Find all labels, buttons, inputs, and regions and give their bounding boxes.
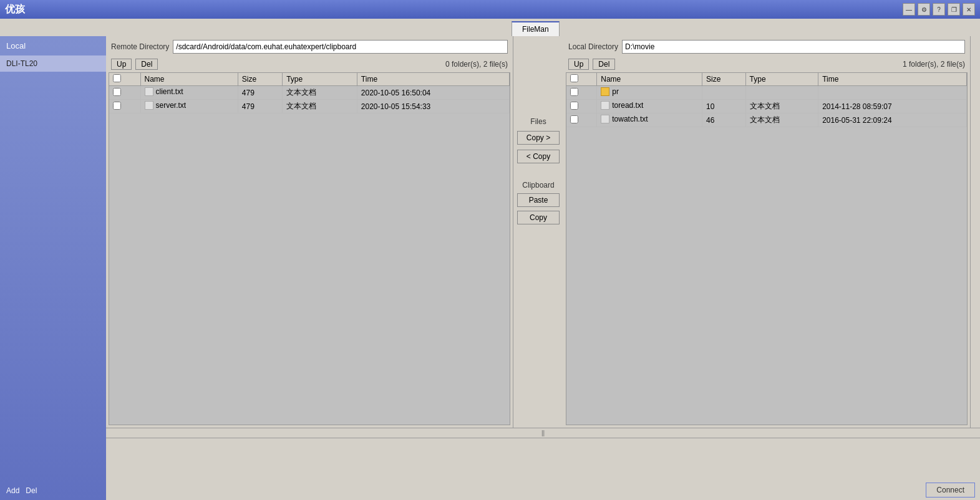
- copy-right-button[interactable]: Copy >: [517, 131, 560, 145]
- table-row[interactable]: toread.txt 10 文本文档 2014-11-28 08:59:07: [566, 100, 967, 113]
- remote-file-tbody: client.txt 479 文本文档 2020-10-05 16:50:04 …: [109, 86, 510, 113]
- remote-toolbar-left: Up Del: [111, 59, 158, 70]
- remote-panel: Remote Directory Up Del 0 folder(s), 2 f…: [106, 36, 513, 428]
- row-checkbox[interactable]: [109, 86, 140, 100]
- remote-col-checkbox: [109, 73, 140, 86]
- row-name: client.txt: [140, 86, 238, 100]
- local-select-all[interactable]: [570, 74, 578, 82]
- row-size: [702, 86, 745, 100]
- local-file-count: 1 folder(s), 2 file(s): [903, 60, 965, 69]
- table-row[interactable]: client.txt 479 文本文档 2020-10-05 16:50:04: [109, 86, 510, 100]
- local-col-checkbox: [566, 73, 597, 86]
- copy-button[interactable]: Copy: [517, 211, 560, 224]
- local-col-size: Size: [702, 73, 745, 86]
- sidebar-item-local[interactable]: Local: [0, 36, 106, 55]
- row-name: pr: [597, 86, 702, 100]
- remote-col-size: Size: [238, 73, 282, 86]
- local-file-list: Name Size Type Time pr: [566, 72, 968, 425]
- sidebar-bottom: Add Del: [0, 481, 106, 500]
- remote-col-name: Name: [140, 73, 238, 86]
- title-bar-controls: — ⚙ ? ❐ ✕: [903, 3, 975, 16]
- file-icon: [601, 101, 609, 110]
- paste-button[interactable]: Paste: [517, 193, 560, 207]
- copy-left-button[interactable]: < Copy: [517, 150, 560, 163]
- local-col-type: Type: [745, 73, 818, 86]
- row-size: 46: [702, 113, 745, 127]
- local-dir-label: Local Directory: [568, 42, 618, 51]
- minimize-button[interactable]: —: [903, 3, 915, 16]
- row-type: [745, 86, 818, 100]
- panels-row: Remote Directory Up Del 0 folder(s), 2 f…: [106, 36, 980, 428]
- local-col-time: Time: [818, 73, 967, 86]
- remote-dir-input[interactable]: [173, 40, 508, 54]
- local-panel-header: Local Directory: [563, 36, 970, 57]
- file-manager: Remote Directory Up Del 0 folder(s), 2 f…: [106, 36, 980, 500]
- settings-button[interactable]: ⚙: [918, 3, 930, 16]
- right-scrollbar[interactable]: [970, 36, 980, 428]
- row-size: 479: [238, 100, 282, 113]
- title-bar: 优孩 — ⚙ ? ❐ ✕: [0, 0, 980, 19]
- tab-fileman[interactable]: FileMan: [512, 21, 560, 36]
- row-checkbox[interactable]: [109, 100, 140, 113]
- row-name: towatch.txt: [597, 113, 702, 127]
- title-bar-left: 优孩: [5, 3, 25, 16]
- close-button[interactable]: ✕: [963, 3, 975, 16]
- local-up-button[interactable]: Up: [568, 59, 589, 70]
- row-time: [818, 86, 967, 100]
- clipboard-label: Clipboard: [522, 181, 554, 190]
- table-row[interactable]: pr: [566, 86, 967, 100]
- sidebar: Local DLI-TL20 Add Del: [0, 36, 106, 500]
- row-time: 2016-05-31 22:09:24: [818, 113, 967, 127]
- row-type: 文本文档: [745, 113, 818, 127]
- remote-col-type: Type: [283, 73, 357, 86]
- local-file-table: Name Size Type Time pr: [566, 73, 967, 127]
- row-checkbox[interactable]: [566, 113, 597, 127]
- log-footer: Connect: [106, 480, 980, 500]
- scroll-indicator: ||: [541, 430, 545, 436]
- connect-button[interactable]: Connect: [926, 483, 975, 498]
- files-label: Files: [530, 117, 546, 126]
- middle-panel: Files Copy > < Copy Clipboard Paste Copy: [513, 36, 563, 428]
- main-content: Local DLI-TL20 Add Del Remote Directory …: [0, 36, 980, 500]
- row-type: 文本文档: [283, 86, 357, 100]
- row-name: toread.txt: [597, 100, 702, 113]
- restore-button[interactable]: ❐: [948, 3, 960, 16]
- sidebar-item-device[interactable]: DLI-TL20: [0, 55, 106, 72]
- local-toolbar: Up Del 1 folder(s), 2 file(s): [563, 57, 970, 72]
- remote-select-all[interactable]: [113, 74, 121, 82]
- table-row[interactable]: server.txt 479 文本文档 2020-10-05 15:54:33: [109, 100, 510, 113]
- local-toolbar-left: Up Del: [568, 59, 615, 70]
- remote-dir-label: Remote Directory: [111, 42, 169, 51]
- local-del-button[interactable]: Del: [593, 59, 615, 70]
- table-row[interactable]: towatch.txt 46 文本文档 2016-05-31 22:09:24: [566, 113, 967, 127]
- folder-icon: [601, 87, 609, 96]
- remote-file-count: 0 folder(s), 2 file(s): [445, 60, 508, 69]
- tab-bar: FileMan: [0, 19, 980, 36]
- row-time: 2014-11-28 08:59:07: [818, 100, 967, 113]
- row-checkbox[interactable]: [566, 86, 597, 100]
- remote-file-table: Name Size Type Time client.txt 479 文本: [109, 73, 510, 113]
- remote-panel-header: Remote Directory: [106, 36, 513, 57]
- local-col-name: Name: [597, 73, 702, 86]
- file-icon: [145, 101, 153, 110]
- del-button[interactable]: Del: [26, 486, 37, 495]
- help-button[interactable]: ?: [933, 3, 945, 16]
- row-size: 479: [238, 86, 282, 100]
- row-time: 2020-10-05 16:50:04: [357, 86, 509, 100]
- log-content: [106, 438, 980, 480]
- app-title: 优孩: [5, 3, 25, 16]
- row-checkbox[interactable]: [566, 100, 597, 113]
- file-icon: [601, 115, 609, 123]
- row-size: 10: [702, 100, 745, 113]
- log-area: Connect: [106, 438, 980, 500]
- bottom-scroll[interactable]: ||: [106, 428, 980, 438]
- remote-del-button[interactable]: Del: [135, 59, 158, 70]
- remote-up-button[interactable]: Up: [111, 59, 132, 70]
- row-type: 文本文档: [745, 100, 818, 113]
- local-panel: Local Directory Up Del 1 folder(s), 2 fi…: [563, 36, 970, 428]
- row-type: 文本文档: [283, 100, 357, 113]
- add-button[interactable]: Add: [6, 486, 19, 495]
- row-time: 2020-10-05 15:54:33: [357, 100, 509, 113]
- local-dir-input[interactable]: [622, 40, 965, 54]
- remote-col-time: Time: [357, 73, 509, 86]
